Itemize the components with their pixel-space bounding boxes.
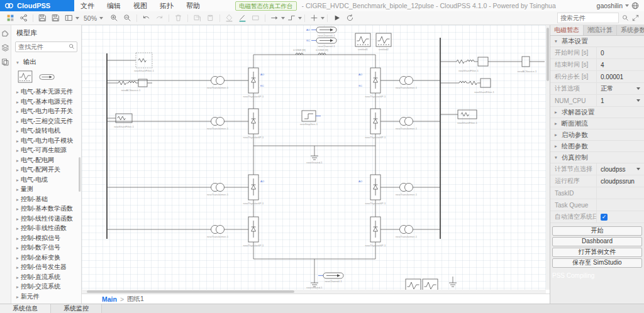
sidebar-category[interactable]: ▸控制-基础 <box>11 194 81 204</box>
ac-filter[interactable]: newShuntFilter-1 newACSource-1 newShuntF… <box>440 57 545 124</box>
output-channel[interactable]: newChannel-1 <box>318 273 343 283</box>
chevron-down-icon[interactable] <box>321 17 325 19</box>
status-tab-system-monitor[interactable]: 系统监控 <box>51 304 102 313</box>
sidebar-category[interactable]: ▸控制-坐标变换 <box>11 253 81 263</box>
scrollbar-thumb[interactable] <box>87 290 294 293</box>
undo-icon[interactable] <box>140 13 153 24</box>
oscilloscope[interactable]: untitled1 untitled2 <box>355 33 391 51</box>
run-program-input[interactable] <box>601 178 644 185</box>
oscilloscope-component[interactable] <box>18 70 33 83</box>
sidebar-category[interactable]: ▸电气-电缆 <box>11 175 81 185</box>
section-plot-params[interactable]: ▸ 绘图参数 <box>550 141 644 152</box>
expand-icon[interactable] <box>632 14 639 21</box>
step-generator[interactable]: newStepGen-1 <box>300 111 321 126</box>
sidebar-category[interactable]: ▸电气-配电网 <box>11 155 81 165</box>
menu-file[interactable]: 文件 <box>74 1 101 11</box>
sidebar-category[interactable]: ▸控制-直流系统 <box>11 272 81 282</box>
chevron-down-icon[interactable] <box>298 17 302 19</box>
sidebar-category[interactable]: ▸电气-可再生能源 <box>11 145 81 155</box>
tab-powerflow[interactable]: 潮流计算 <box>584 25 617 35</box>
sidebar-category[interactable]: ▸控制-非线性函数 <box>11 223 81 233</box>
compute-node-select[interactable]: cloudpss <box>596 163 644 175</box>
task-queue-input[interactable] <box>601 202 644 209</box>
save-icon[interactable] <box>36 13 49 24</box>
zoom-level-select[interactable]: 50% <box>84 14 103 22</box>
save-as-icon[interactable] <box>49 13 62 24</box>
component-search-input[interactable] <box>557 13 619 23</box>
breadcrumb-root[interactable]: Main <box>102 295 117 303</box>
menu-edit[interactable]: 编辑 <box>101 1 127 11</box>
task-id-input[interactable] <box>601 190 644 197</box>
dashboard-button[interactable]: Dashboard <box>552 237 642 246</box>
sidebar-category[interactable]: ▸电气-电力电子模块 <box>11 136 81 146</box>
schematic-canvas[interactable]: 0.5968 [H] 0.5968 [H] newGround-1 newGro… <box>82 25 550 294</box>
oscilloscope[interactable] <box>406 279 438 290</box>
menu-help[interactable]: 帮助 <box>180 1 206 11</box>
sidebar-category[interactable]: ▸新元件 <box>11 292 81 302</box>
status-tab-system-info[interactable]: 系统信息 <box>0 304 51 313</box>
output-section-header[interactable]: ▾ 输出 <box>11 55 81 68</box>
search-icon[interactable] <box>622 14 629 21</box>
section-basic-settings[interactable]: ▾ 基本设置 <box>550 36 644 47</box>
run-simulation-icon[interactable] <box>330 13 343 24</box>
sidebar-category[interactable]: ▸控制-数字信号 <box>11 243 81 253</box>
sidebar-category[interactable]: ▸电气-电力电子开关 <box>11 106 81 116</box>
zoom-in-icon[interactable] <box>108 13 121 24</box>
tab-system-params[interactable]: 系统参数/变量 <box>617 25 644 35</box>
section-solver-settings[interactable]: ▸ 求解器设置 <box>550 107 644 118</box>
section-startup-params[interactable]: ▸ 启动参数 <box>550 129 644 141</box>
sidebar-category[interactable]: ▸量测 <box>11 184 81 194</box>
sidebar-scrollbar[interactable] <box>79 157 80 192</box>
open-case-file-button[interactable]: 打开算例文件 <box>552 248 642 257</box>
library-copy-icon[interactable] <box>1 58 9 66</box>
sidebar-category[interactable]: ▸控制-模拟信号 <box>11 233 81 243</box>
scrollbar-thumb[interactable] <box>547 28 549 81</box>
channel-component[interactable] <box>39 74 55 80</box>
sidebar-category[interactable]: ▸电气-配网开关 <box>11 165 81 175</box>
num-cpu-select[interactable]: 1 <box>596 95 644 106</box>
globe-icon[interactable] <box>631 2 639 9</box>
sidebar-category[interactable]: ▸控制-线性传递函数 <box>11 214 81 224</box>
sidebar-category[interactable]: ▸电气-基本电源元件 <box>11 97 81 107</box>
sidebar-category[interactable]: ▸电气-三相交流元件 <box>11 116 81 126</box>
restart-icon[interactable] <box>343 13 357 24</box>
arrow-style-icon[interactable] <box>268 13 281 24</box>
start-button[interactable]: 开始 <box>552 226 642 236</box>
model-library-icon[interactable] <box>4 13 17 24</box>
sidebar-category[interactable]: ▸控制-信号发生器 <box>11 262 81 272</box>
menu-topology[interactable]: 拓扑 <box>153 1 180 11</box>
calc-option-select[interactable]: 正常 <box>596 83 644 94</box>
line-color-icon[interactable] <box>236 13 249 24</box>
add-element-icon[interactable] <box>308 13 321 24</box>
start-time-input[interactable] <box>601 50 644 57</box>
components-puzzle-icon[interactable] <box>1 29 9 37</box>
auto-clear-log-checkbox[interactable]: ✓ <box>601 214 608 221</box>
ac-busbar[interactable] <box>107 38 440 239</box>
sidebar-category[interactable]: ▸电气-基本无源元件 <box>11 87 81 97</box>
output-channel[interactable]: AO newChannel-1 KC newChannel-1 <box>306 27 336 48</box>
sidebar-category[interactable]: ▸电气-旋转电机 <box>11 126 81 136</box>
user-menu[interactable]: gaoshilin <box>597 2 644 9</box>
sidebar-category[interactable]: ▸控制-基本数学函数 <box>11 204 81 214</box>
share-icon[interactable] <box>17 13 30 24</box>
ac-wiring[interactable] <box>107 80 440 229</box>
thyristor-valve[interactable]: newThyristor6P-1 newThyristor6P-1 newThy… <box>243 68 386 247</box>
app-logo[interactable]: CloudPSS <box>0 0 74 11</box>
converter-transformer[interactable]: newTransformer-1 newTransformer-1 newTra… <box>207 77 418 239</box>
ac-filter[interactable]: newShuntFilter-1 newACSource-1 newShuntF… <box>107 53 154 128</box>
panel-layout-icon[interactable] <box>62 13 75 24</box>
section-simulation-control[interactable]: ▾ 仿真控制 <box>550 152 644 163</box>
sidebar-category[interactable]: ▸控制-交流系统 <box>11 282 81 292</box>
step-size-input[interactable] <box>601 74 644 80</box>
section-snapshot-powerflow[interactable]: ▸ 断面潮流 <box>550 118 644 129</box>
menu-view[interactable]: 视图 <box>127 1 153 11</box>
dc-wiring[interactable] <box>253 55 375 283</box>
breadcrumb-sheet[interactable]: 图纸1 <box>127 295 144 304</box>
save-to-simstudio-button[interactable]: 保存至 SimStudio <box>552 258 642 268</box>
zoom-out-icon[interactable] <box>121 13 134 24</box>
chevron-down-icon[interactable] <box>75 17 79 19</box>
tab-emt[interactable]: 电磁暂态 <box>550 25 584 35</box>
wire-style-icon[interactable] <box>285 13 298 24</box>
ground-stub[interactable] <box>449 277 457 287</box>
layers-icon[interactable] <box>1 43 9 52</box>
